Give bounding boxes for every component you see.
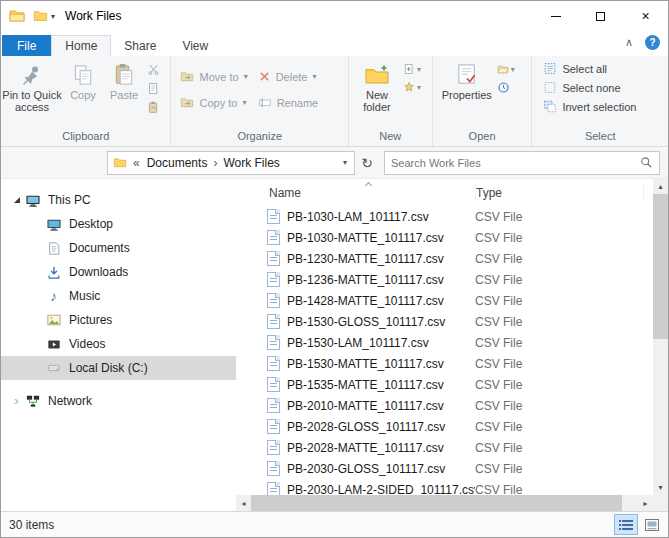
qat-customize-chevron-icon[interactable]: ▾ — [51, 12, 55, 21]
column-header-name[interactable]: Name — [269, 184, 476, 202]
file-name: PB-1530-MATTE_101117.csv — [287, 357, 475, 371]
select-all-button[interactable]: Select all — [540, 61, 639, 76]
file-row[interactable]: PB-1530-LAM_101117.csvCSV File — [236, 332, 653, 353]
new-item-button[interactable]: ▾ — [401, 63, 423, 75]
chevron-down-icon: ▾ — [417, 83, 421, 92]
search-box[interactable] — [384, 151, 660, 175]
file-row[interactable]: PB-1230-MATTE_101117.csvCSV File — [236, 248, 653, 269]
csv-file-icon — [267, 335, 280, 350]
sidebar-item-pictures[interactable]: Pictures — [1, 308, 236, 332]
file-row[interactable]: PB-2030-GLOSS_101117.csvCSV File — [236, 458, 653, 479]
new-folder-icon — [364, 59, 390, 87]
properties-button[interactable]: Properties — [439, 56, 495, 101]
move-to-button[interactable]: Move to ▾ — [177, 69, 250, 84]
file-row[interactable]: PB-1030-LAM_101117.csvCSV File — [236, 206, 653, 227]
group-label-open: Open — [433, 129, 532, 146]
file-row[interactable]: PB-1030-MATTE_101117.csvCSV File — [236, 227, 653, 248]
tab-view[interactable]: View — [169, 35, 221, 56]
pin-to-quick-access-button[interactable]: Pin to Quick access — [1, 56, 63, 113]
select-none-button[interactable]: Select none — [540, 80, 639, 95]
cut-button[interactable] — [145, 63, 162, 76]
sidebar-item-this-pc[interactable]: This PC — [1, 188, 236, 212]
file-row[interactable]: PB-1530-GLOSS_101117.csvCSV File — [236, 311, 653, 332]
chevron-down-icon: ▾ — [511, 65, 515, 74]
paste-shortcut-button[interactable] — [145, 101, 162, 114]
sidebar-item-network[interactable]: › Network — [1, 389, 236, 413]
csv-file-icon — [267, 440, 280, 455]
expand-chevron-icon[interactable] — [9, 197, 24, 203]
search-input[interactable] — [391, 157, 640, 169]
csv-file-icon — [267, 209, 280, 224]
file-type: CSV File — [475, 315, 522, 329]
file-row[interactable]: PB-2028-MATTE_101117.csvCSV File — [236, 437, 653, 458]
file-row[interactable]: PB-1236-MATTE_101117.csvCSV File — [236, 269, 653, 290]
csv-file-icon — [267, 272, 280, 287]
refresh-button[interactable]: ↻ — [355, 151, 379, 175]
file-type: CSV File — [475, 399, 522, 413]
copy-button[interactable]: Copy — [63, 56, 103, 101]
horizontal-scrollbar[interactable]: ◂ ▸ — [236, 495, 653, 511]
copy-path-button[interactable] — [145, 82, 162, 95]
minimize-ribbon-icon[interactable]: ∧ — [625, 36, 633, 49]
status-bar: 30 items — [1, 511, 668, 537]
navigation-pane: This PC Desktop Documents Downloads — [1, 179, 236, 511]
help-icon[interactable]: ? — [645, 35, 660, 50]
csv-file-icon — [267, 251, 280, 266]
details-view-button[interactable] — [614, 514, 638, 535]
paste-button[interactable]: Paste — [103, 56, 145, 101]
scroll-up-icon[interactable]: ▴ — [653, 179, 668, 194]
invert-selection-button[interactable]: Invert selection — [540, 99, 639, 114]
breadcrumb-work-files[interactable]: Work Files — [221, 156, 281, 170]
tab-share[interactable]: Share — [111, 35, 169, 56]
network-icon — [24, 393, 41, 409]
file-row[interactable]: PB-1535-MATTE_101117.csvCSV File — [236, 374, 653, 395]
file-row[interactable]: PB-1428-MATTE_101117.csvCSV File — [236, 290, 653, 311]
scroll-right-icon[interactable]: ▸ — [638, 495, 653, 511]
breadcrumb-documents[interactable]: Documents — [145, 156, 210, 170]
sidebar-item-documents[interactable]: Documents — [1, 236, 236, 260]
sidebar-item-videos[interactable]: Videos — [1, 332, 236, 356]
search-icon[interactable] — [640, 156, 653, 169]
close-button[interactable]: × — [623, 1, 668, 31]
open-button[interactable]: ▾ — [495, 63, 517, 75]
address-bar[interactable]: « Documents › Work Files ▾ — [107, 151, 355, 175]
sidebar-item-music[interactable]: ♪ Music — [1, 284, 236, 308]
sidebar-item-local-disk-c[interactable]: Local Disk (C:) — [1, 356, 236, 380]
file-list-panel: Name Type PB-1030-LAM_101117.csvCSV File… — [236, 179, 668, 511]
file-type: CSV File — [475, 294, 522, 308]
vertical-scrollbar[interactable]: ▴ ▾ — [653, 179, 668, 495]
breadcrumb-separator-icon[interactable]: › — [209, 156, 221, 170]
file-name: PB-1230-MATTE_101117.csv — [287, 252, 475, 266]
column-header-type[interactable]: Type — [476, 184, 644, 202]
scroll-left-icon[interactable]: ◂ — [236, 495, 251, 511]
scroll-down-icon[interactable]: ▾ — [653, 480, 668, 495]
file-row[interactable]: PB-2030-LAM-2-SIDED_101117.csvCSV File — [236, 479, 653, 495]
file-row[interactable]: PB-2010-MATTE_101117.csvCSV File — [236, 395, 653, 416]
sidebar-item-downloads[interactable]: Downloads — [1, 260, 236, 284]
file-type: CSV File — [475, 336, 522, 350]
delete-button[interactable]: Delete ▾ — [255, 69, 322, 84]
file-type: CSV File — [475, 378, 522, 392]
new-folder-button[interactable]: New folder — [353, 56, 401, 113]
csv-file-icon — [267, 230, 280, 245]
horizontal-scroll-thumb[interactable] — [251, 495, 622, 511]
tab-file[interactable]: File — [2, 35, 51, 56]
vertical-scroll-thumb[interactable] — [653, 194, 668, 339]
maximize-button[interactable] — [578, 1, 623, 31]
tab-home[interactable]: Home — [51, 35, 111, 56]
sidebar-item-desktop[interactable]: Desktop — [1, 212, 236, 236]
file-row[interactable]: PB-2028-GLOSS_101117.csvCSV File — [236, 416, 653, 437]
collapse-chevron-icon[interactable]: › — [9, 396, 24, 406]
file-row[interactable]: PB-1530-MATTE_101117.csvCSV File — [236, 353, 653, 374]
breadcrumb-overflow-icon[interactable]: « — [133, 156, 140, 170]
minimize-button[interactable] — [533, 1, 578, 31]
quick-access-folder-icon[interactable] — [33, 9, 48, 23]
easy-access-button[interactable]: ▾ — [401, 81, 423, 93]
rename-button[interactable]: Rename — [255, 95, 322, 110]
address-dropdown-chevron-icon[interactable]: ▾ — [338, 158, 352, 167]
history-button[interactable] — [495, 81, 517, 94]
copy-to-button[interactable]: Copy to ▾ — [177, 95, 250, 110]
file-name: PB-1030-LAM_101117.csv — [287, 210, 475, 224]
ribbon-group-select: Select all Select none Invert selection … — [531, 56, 668, 146]
thumbnails-view-button[interactable] — [640, 514, 664, 535]
